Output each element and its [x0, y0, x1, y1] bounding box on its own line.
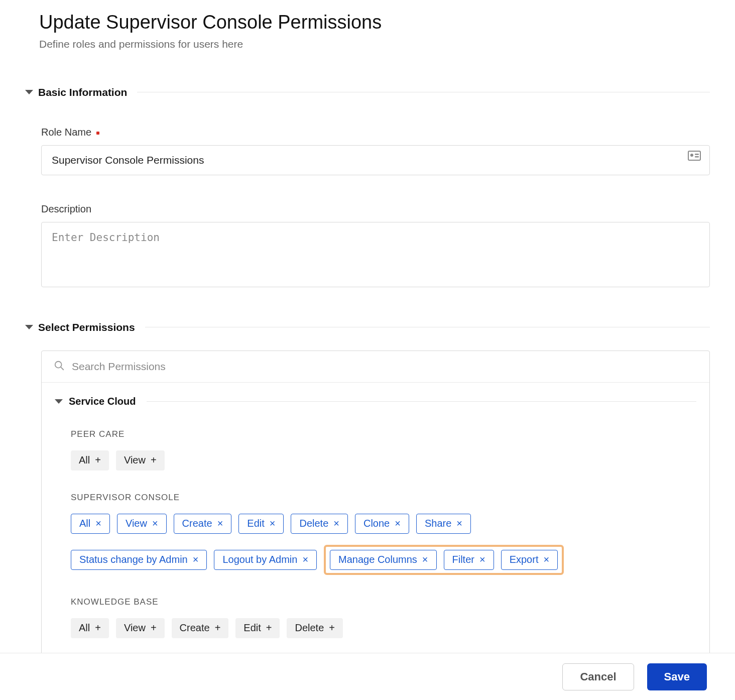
svg-rect-3: [695, 156, 699, 157]
close-icon[interactable]: ×: [456, 518, 462, 529]
chip-peer-care-view[interactable]: View +: [116, 450, 165, 471]
role-name-input[interactable]: [41, 145, 710, 175]
plus-icon: +: [151, 454, 157, 466]
chip-sc-edit[interactable]: Edit×: [238, 514, 284, 534]
chip-sc-export[interactable]: Export×: [501, 550, 558, 570]
chip-label: Clone: [363, 518, 390, 529]
role-name-label: Role Name: [41, 127, 710, 138]
chip-sc-manage-columns[interactable]: Manage Columns×: [330, 550, 436, 570]
chip-peer-care-all[interactable]: All +: [71, 450, 109, 471]
chip-kb-view[interactable]: View+: [116, 618, 165, 638]
group-peer-care-title: PEER CARE: [71, 429, 696, 439]
highlighted-permissions-box: Manage Columns× Filter× Export×: [324, 545, 564, 575]
chip-label: Filter: [452, 554, 474, 565]
description-textarea[interactable]: [41, 222, 710, 287]
chip-label: Export: [510, 554, 539, 565]
chip-label: All: [79, 518, 90, 529]
page-title: Update Supervisor Console Permissions: [39, 11, 710, 34]
chip-kb-all[interactable]: All+: [71, 618, 109, 638]
svg-line-5: [61, 367, 63, 370]
chip-sc-filter[interactable]: Filter×: [444, 550, 494, 570]
close-icon[interactable]: ×: [395, 518, 401, 529]
chevron-down-icon[interactable]: [25, 90, 33, 94]
svg-rect-0: [688, 151, 700, 160]
permissions-panel: Service Cloud PEER CARE All + View +: [41, 351, 710, 691]
cancel-button[interactable]: Cancel: [562, 663, 634, 690]
chip-label: Create: [182, 518, 212, 529]
chip-label: All: [79, 622, 90, 634]
chip-label: View: [126, 518, 147, 529]
plus-icon: +: [151, 622, 157, 634]
section-basic-info-title: Basic Information: [38, 86, 127, 98]
close-icon[interactable]: ×: [479, 554, 485, 565]
plus-icon: +: [95, 454, 101, 466]
chip-label: View: [124, 454, 146, 466]
close-icon[interactable]: ×: [333, 518, 339, 529]
chip-label: Status change by Admin: [79, 554, 188, 565]
chip-label: Edit: [243, 622, 261, 634]
close-icon[interactable]: ×: [217, 518, 223, 529]
save-button[interactable]: Save: [647, 663, 707, 690]
chip-label: All: [79, 454, 90, 466]
chip-sc-view[interactable]: View×: [117, 514, 167, 534]
supervisor-console-row1: All× View× Create× Edit× Delete× Clone× …: [71, 514, 696, 534]
divider: [137, 92, 710, 92]
chip-kb-edit[interactable]: Edit+: [235, 618, 280, 638]
chevron-down-icon[interactable]: [55, 399, 63, 404]
close-icon[interactable]: ×: [193, 554, 199, 565]
chip-sc-all[interactable]: All×: [71, 514, 110, 534]
chip-label: Share: [425, 518, 451, 529]
chip-label: Delete: [299, 518, 328, 529]
supervisor-console-row2: Status change by Admin× Logout by Admin×…: [71, 545, 696, 575]
plus-icon: +: [95, 622, 101, 634]
close-icon[interactable]: ×: [543, 554, 549, 565]
knowledge-base-chip-row: All+ View+ Create+ Edit+ Delete+: [71, 618, 696, 638]
chip-sc-delete[interactable]: Delete×: [291, 514, 348, 534]
page-subtitle: Define roles and permissions for users h…: [39, 38, 710, 50]
chip-sc-clone[interactable]: Clone×: [355, 514, 409, 534]
chip-label: Manage Columns: [338, 554, 417, 565]
close-icon[interactable]: ×: [302, 554, 308, 565]
chip-kb-create[interactable]: Create+: [172, 618, 229, 638]
chip-sc-logout-admin[interactable]: Logout by Admin×: [214, 550, 317, 570]
chevron-down-icon[interactable]: [25, 325, 33, 329]
id-card-icon: [688, 151, 701, 163]
svg-rect-2: [695, 154, 699, 155]
close-icon[interactable]: ×: [152, 518, 158, 529]
plus-icon: +: [266, 622, 272, 634]
divider: [147, 401, 696, 402]
section-select-permissions-title: Select Permissions: [38, 321, 135, 333]
close-icon[interactable]: ×: [422, 554, 428, 565]
chip-sc-create[interactable]: Create×: [174, 514, 232, 534]
plus-icon: +: [215, 622, 221, 634]
search-permissions-input[interactable]: [72, 361, 697, 373]
description-label: Description: [41, 203, 710, 215]
chip-sc-share[interactable]: Share×: [416, 514, 471, 534]
chip-label: Logout by Admin: [222, 554, 297, 565]
divider: [145, 327, 710, 327]
group-knowledge-base-title: KNOWLEDGE BASE: [71, 597, 696, 607]
close-icon[interactable]: ×: [270, 518, 276, 529]
required-indicator-icon: [96, 132, 99, 135]
svg-point-1: [690, 154, 693, 157]
group-supervisor-console-title: SUPERVISOR CONSOLE: [71, 493, 696, 503]
chip-sc-status-change-admin[interactable]: Status change by Admin×: [71, 550, 207, 570]
chip-label: Edit: [247, 518, 264, 529]
search-icon: [54, 360, 65, 373]
chip-label: Create: [180, 622, 210, 634]
chip-label: Delete: [295, 622, 324, 634]
plus-icon: +: [329, 622, 335, 634]
role-name-label-text: Role Name: [41, 127, 91, 138]
service-cloud-title: Service Cloud: [69, 396, 136, 407]
peer-care-chip-row: All + View +: [71, 450, 696, 471]
footer-bar: Cancel Save: [0, 653, 735, 700]
chip-kb-delete[interactable]: Delete+: [287, 618, 343, 638]
close-icon[interactable]: ×: [95, 518, 101, 529]
chip-label: View: [124, 622, 146, 634]
